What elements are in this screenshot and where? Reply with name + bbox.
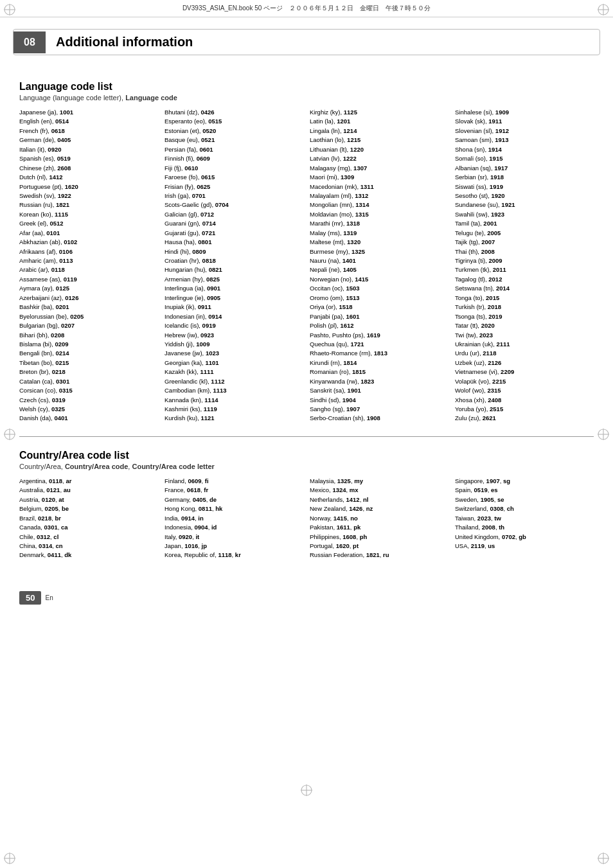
- country-entry: Denmark, 0411, dk: [19, 551, 158, 560]
- country-entry: India, 0914, in: [164, 514, 303, 523]
- page-number: 50: [19, 591, 41, 605]
- language-entry: Arabic (ar), 0118: [19, 265, 158, 274]
- language-entry: Fiji (fj), 0610: [164, 164, 303, 173]
- country-entry: Philippines, 1608, ph: [310, 533, 449, 542]
- crosshair-bottom-center: [299, 783, 314, 797]
- language-col-2: Kirghiz (ky), 1125Latin (la), 1201Lingal…: [310, 108, 449, 423]
- language-entry: Estonian (et), 0520: [164, 127, 303, 136]
- language-entry: Somali (so), 1915: [455, 154, 594, 163]
- language-entry: Finnish (fi), 0609: [164, 154, 303, 163]
- country-entry: Argentina, 0118, ar: [19, 477, 158, 486]
- language-entry: Bihari (bh), 0208: [19, 331, 158, 340]
- country-entry: Indonesia, 0904, id: [164, 523, 303, 532]
- language-entry: Afar (aa), 0101: [19, 229, 158, 238]
- language-entry: Wolof (wo), 2315: [455, 386, 594, 395]
- language-entry: Hausa (ha), 0801: [164, 238, 303, 247]
- language-entry: Thai (th), 2008: [455, 247, 594, 256]
- language-entry: Indonesian (in), 0914: [164, 312, 303, 321]
- country-col-2: Malaysia, 1325, myMexico, 1324, mxNether…: [310, 477, 449, 560]
- country-entry: Taiwan, 2023, tw: [455, 514, 594, 523]
- country-entry: Switzerland, 0308, ch: [455, 504, 594, 513]
- country-col-1: Finland, 0609, fiFrance, 0618, frGermany…: [164, 477, 303, 560]
- language-entry: Kirundi (rn), 1814: [310, 359, 449, 368]
- language-entry: Vietnamese (vi), 2209: [455, 368, 594, 376]
- country-entry: Spain, 0519, es: [455, 486, 594, 495]
- language-entry: Serbo-Croatian (sh), 1908: [310, 414, 449, 423]
- language-entry: Volapük (vo), 2215: [455, 377, 594, 386]
- country-code-columns: Argentina, 0118, arAustralia, 0121, auAu…: [19, 477, 594, 560]
- language-code-columns: Japanese (ja), 1001English (en), 0514Fre…: [19, 108, 594, 423]
- language-col-3: Sinhalese (si), 1909Slovak (sk), 1911Slo…: [455, 108, 594, 423]
- language-entry: Latin (la), 1201: [310, 117, 449, 126]
- language-entry: Lithuanian (lt), 1220: [310, 145, 449, 154]
- language-list-title: Language code list: [19, 81, 594, 93]
- language-entry: Twi (tw), 2023: [455, 331, 594, 340]
- language-entry: Tajik (tg), 2007: [455, 238, 594, 247]
- language-entry: Yiddish (ji), 1009: [164, 340, 303, 349]
- language-entry: Ukrainian (uk), 2111: [455, 340, 594, 349]
- language-entry: Bulgarian (bg), 0207: [19, 321, 158, 330]
- language-col-1: Bhutani (dz), 0426Esperanto (eo), 0515Es…: [164, 108, 303, 423]
- language-entry: Bhutani (dz), 0426: [164, 108, 303, 117]
- language-entry: Basque (eu), 0521: [164, 136, 303, 145]
- language-entry: Afrikaans (af), 0106: [19, 247, 158, 256]
- country-entry: Australia, 0121, au: [19, 486, 158, 495]
- language-subtitle-bold: Language code: [125, 94, 177, 102]
- crosshair-bottom-right: [596, 851, 610, 865]
- language-entry: Tibetan (bo), 0215: [19, 359, 158, 368]
- country-entry: Italy, 0920, it: [164, 533, 303, 542]
- language-entry: Polish (pl), 1612: [310, 321, 449, 330]
- language-entry: Abkhazian (ab), 0102: [19, 238, 158, 247]
- language-entry: Catalan (ca), 0301: [19, 377, 158, 386]
- language-entry: Shona (sn), 1914: [455, 145, 594, 154]
- language-entry: German (de), 0405: [19, 136, 158, 145]
- language-entry: Malay (ms), 1319: [310, 229, 449, 238]
- language-entry: Italian (it), 0920: [19, 145, 158, 154]
- language-entry: Kannada (kn), 1114: [164, 396, 303, 405]
- language-entry: Mongolian (mn), 1314: [310, 200, 449, 209]
- language-entry: Laothian (lo), 1215: [310, 136, 449, 145]
- country-entry: New Zealand, 1426, nz: [310, 504, 449, 513]
- language-entry: Armenian (hy), 0825: [164, 275, 303, 284]
- language-entry: Nepali (ne), 1405: [310, 265, 449, 274]
- language-entry: Urdu (ur), 2118: [455, 349, 594, 358]
- country-col-0: Argentina, 0118, arAustralia, 0121, auAu…: [19, 477, 158, 560]
- language-entry: Turkish (tr), 2018: [455, 303, 594, 312]
- language-entry: Siswati (ss), 1919: [455, 182, 594, 191]
- language-entry: Hindi (hi), 0809: [164, 247, 303, 256]
- country-entry: Belgium, 0205, be: [19, 504, 158, 513]
- country-entry: Germany, 0405, de: [164, 495, 303, 504]
- language-entry: Byelorussian (be), 0205: [19, 312, 158, 321]
- crosshair-bottom-left: [3, 851, 17, 865]
- country-subtitle-bold2: Country/Area code letter: [132, 463, 214, 470]
- language-entry: Interlingua (ia), 0901: [164, 284, 303, 293]
- language-entry: Panjabi (pa), 1601: [310, 312, 449, 321]
- language-entry: Esperanto (eo), 0515: [164, 117, 303, 126]
- language-entry: Sangho (sg), 1907: [310, 405, 449, 414]
- language-entry: Kirghiz (ky), 1125: [310, 108, 449, 117]
- language-entry: Bashkir (ba), 0201: [19, 303, 158, 312]
- language-entry: English (en), 0514: [19, 117, 158, 126]
- language-entry: Slovak (sk), 1911: [455, 117, 594, 126]
- language-entry: Korean (ko), 1115: [19, 210, 158, 219]
- language-entry: Greek (el), 0512: [19, 219, 158, 228]
- language-entry: Bengali (bn), 0214: [19, 349, 158, 358]
- language-entry: Guarani (gn), 0714: [164, 219, 303, 228]
- country-entry: Mexico, 1324, mx: [310, 486, 449, 495]
- country-entry: China, 0314, cn: [19, 542, 158, 551]
- language-entry: Serbian (sr), 1918: [455, 173, 594, 182]
- header-text: DV393S_ASIA_EN.book 50 ページ ２００６年５月１２日 金曜…: [182, 4, 431, 12]
- language-entry: Samoan (sm), 1913: [455, 136, 594, 145]
- language-entry: Sundanese (su), 1921: [455, 200, 594, 209]
- language-entry: Tatar (tt), 2020: [455, 321, 594, 330]
- language-entry: Latvian (lv), 1222: [310, 154, 449, 163]
- language-entry: Czech (cs), 0319: [19, 396, 158, 405]
- language-entry: Oriya (or), 1518: [310, 303, 449, 312]
- language-entry: Scots-Gaelic (gd), 0704: [164, 200, 303, 209]
- header-bar: DV393S_ASIA_EN.book 50 ページ ２００６年５月１２日 金曜…: [0, 0, 613, 17]
- country-entry: Chile, 0312, cl: [19, 533, 158, 542]
- language-entry: Pashto, Pushto (ps), 1619: [310, 331, 449, 340]
- language-entry: Nauru (na), 1401: [310, 256, 449, 265]
- language-entry: Macedonian (mk), 1311: [310, 182, 449, 191]
- language-entry: Croatian (hr), 0818: [164, 256, 303, 265]
